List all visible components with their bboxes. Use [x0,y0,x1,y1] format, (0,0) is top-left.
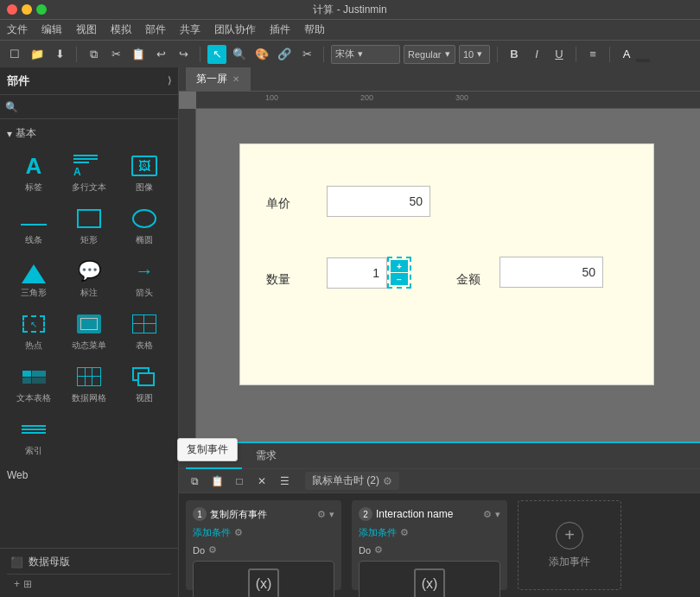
menu-view[interactable]: 视图 [76,22,97,37]
menu-plugin[interactable]: 插件 [270,22,290,37]
menu-help[interactable]: 帮助 [304,22,325,37]
amount-label: 金额 [456,272,480,288]
ruler-top: 100 200 300 [196,92,700,109]
menu-simulate[interactable]: 模拟 [111,22,131,37]
sidebar-bottom-item-data[interactable]: ⬛ 数据母版 [7,552,171,572]
bold-btn[interactable]: B [505,45,524,64]
sidebar: 部件 ⟩ 🔍 ▾ 基本 A 标签 [0,67,179,597]
paste-btn[interactable]: 📋 [129,45,148,64]
add-event-block[interactable]: + 添加事件 [518,500,621,590]
save-btn[interactable]: ⬇ [50,45,69,64]
components-section: ▾ 基本 A 标签 A 多行文本 [0,119,178,548]
menu-parts[interactable]: 部件 [145,22,166,37]
section-web[interactable]: Web [0,466,178,485]
cut-btn[interactable]: ✂ [106,45,125,64]
tab-close-icon[interactable]: ✕ [232,74,239,84]
comp-view[interactable]: 视图 [118,359,171,410]
canvas-wrapper[interactable]: 100 200 300 单价 50 [179,92,700,441]
duplicate-btn[interactable]: □ [231,473,248,490]
tab-label: 第一屏 [196,72,227,86]
sidebar-search-input[interactable] [22,101,173,113]
comp-index[interactable]: 索引 [7,411,60,462]
comp-image-text: 图像 [136,181,153,194]
comp-callout[interactable]: 💬 标注 [62,253,116,304]
comp-arrow[interactable]: → 箭头 [118,253,171,304]
interaction-1-more-icon[interactable]: ▾ [329,509,334,520]
underline-btn[interactable]: U [550,45,569,64]
collapse-sidebar-btn[interactable]: ⟩ [168,75,171,86]
style-dropdown[interactable]: Regular ▾ [404,45,455,64]
font-dropdown[interactable]: 宋体 ▾ [331,45,400,64]
interaction-2-settings-icon[interactable]: ⚙ [483,509,492,520]
menu-edit[interactable]: 编辑 [41,22,62,37]
do-settings-icon[interactable]: ⚙ [208,544,217,556]
quantity-stepper[interactable]: 1 + − [327,257,411,289]
comp-table[interactable]: 表格 [118,306,171,357]
size-dropdown[interactable]: 10 ▾ [459,45,490,64]
maximize-button[interactable] [36,4,47,15]
comp-text-table-text: 文本表格 [16,392,51,404]
crop-tool[interactable]: ✂ [297,45,316,64]
comp-image[interactable]: 🖼 图像 [118,148,171,199]
comp-data-grid[interactable]: 数据网格 [62,359,116,410]
paint-tool[interactable]: 🎨 [252,45,271,64]
more-icon: ☰ [280,475,290,487]
interaction-tag[interactable]: 鼠标单击时 (2) ⚙ [305,472,399,490]
do-action-1: Do ⚙ [193,544,334,556]
font-color-btn[interactable]: A [617,45,636,64]
interaction-1-settings-icon[interactable]: ⚙ [317,509,326,520]
amount-input[interactable]: 50 [500,257,603,288]
traffic-lights [7,4,47,15]
do-settings-icon-2[interactable]: ⚙ [374,544,383,556]
comp-text-table[interactable]: 文本表格 [7,359,60,410]
section-basic[interactable]: ▾ 基本 [0,123,178,144]
stepper-decrement[interactable]: − [391,273,408,285]
add-page-btn[interactable]: + ⊞ [14,578,32,590]
align-btn[interactable]: ≡ [583,45,602,64]
delete-icon: ✕ [258,475,266,487]
copy-event-btn[interactable]: ⧉ 复制事件 [186,473,203,490]
undo-btn[interactable]: ↩ [151,45,170,64]
link-tool[interactable]: 🔗 [275,45,294,64]
minimize-button[interactable] [22,4,32,15]
italic-btn[interactable]: I [527,45,546,64]
sidebar-header: 部件 ⟩ [0,67,178,95]
comp-hotspot[interactable]: ↖ 热点 [7,306,60,357]
paste-icon: 📋 [211,475,224,487]
tab-requirements[interactable]: 需求 [249,443,283,469]
comp-triangle[interactable]: 三角形 [7,253,60,304]
stepper-increment[interactable]: + [391,260,408,272]
menu-collaborate[interactable]: 团队协作 [214,22,256,37]
set-value-icon-1: (x) [248,568,279,597]
size-dropdown-arrow: ▾ [477,48,482,60]
sidebar-search-bar: 🔍 [0,95,178,119]
comp-rect[interactable]: 矩形 [62,200,116,251]
open-btn[interactable]: 📁 [28,45,47,64]
close-button[interactable] [7,4,17,15]
menu-file[interactable]: 文件 [7,22,28,37]
add-condition-2[interactable]: 添加条件 ⚙ [359,526,500,539]
cursor-tool[interactable]: ↖ [207,45,226,64]
comp-hotspot-text: 热点 [25,340,42,352]
tab-first-screen[interactable]: 第一屏 ✕ [186,67,251,92]
search-tool[interactable]: 🔍 [230,45,249,64]
line-icon [18,206,49,232]
toolbar: ☐ 📁 ⬇ ⧉ ✂ 📋 ↩ ↪ ↖ 🔍 🎨 🔗 ✂ 宋体 ▾ Regular ▾… [0,40,700,67]
menu-share[interactable]: 共享 [180,22,200,37]
paste-event-btn[interactable]: 📋 [208,473,226,490]
comp-ellipse[interactable]: 椭圆 [118,200,171,251]
new-file-btn[interactable]: ☐ [5,45,24,64]
interaction-2-more-icon[interactable]: ▾ [495,509,500,520]
comp-label[interactable]: A 标签 [7,148,60,199]
arrow-icon: → [129,258,160,284]
copy-btn[interactable]: ⧉ [84,45,103,64]
delete-event-btn[interactable]: ✕ [253,473,270,490]
redo-btn[interactable]: ↪ [174,45,193,64]
comp-multiline[interactable]: A 多行文本 [62,148,116,199]
unit-price-input[interactable]: 50 [327,186,430,217]
comp-dynamic-panel[interactable]: 动态菜单 [62,306,116,357]
more-btn[interactable]: ☰ [276,473,293,490]
add-condition-1[interactable]: 添加条件 ⚙ [193,526,334,539]
design-canvas[interactable]: 单价 50 数量 1 + − [239,143,654,385]
comp-line[interactable]: 线条 [7,200,60,251]
